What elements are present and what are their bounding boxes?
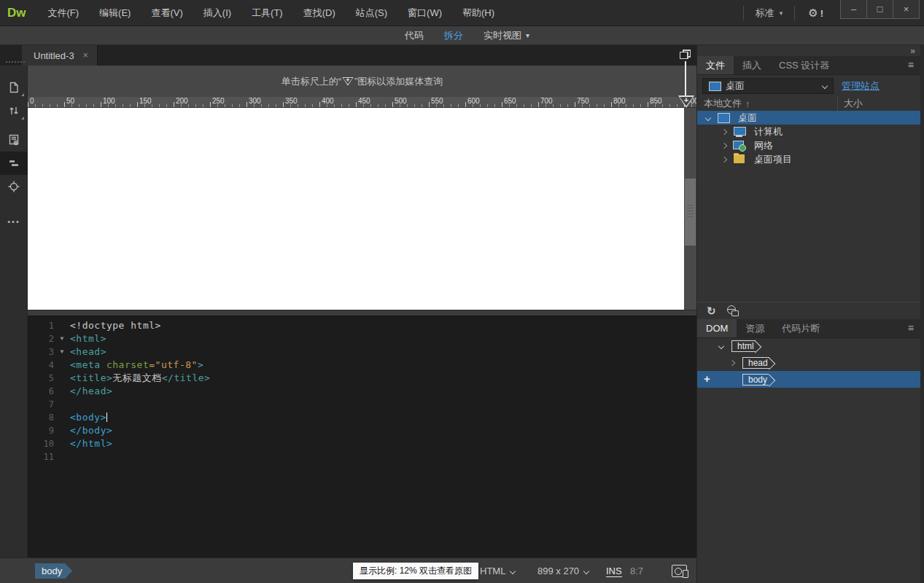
doc-type-dropdown[interactable]: HTML [480, 558, 515, 583]
dom-tag[interactable]: html [731, 340, 756, 352]
file-icon [7, 81, 20, 94]
view-button[interactable]: 代码 [405, 29, 424, 42]
menubar-item[interactable]: 查找(D) [293, 0, 346, 26]
chevron-down-icon [822, 83, 828, 89]
menubar-item[interactable]: 查看(V) [141, 0, 193, 26]
menubar-item[interactable]: 站点(S) [346, 0, 397, 26]
close-tab-icon[interactable]: × [83, 50, 88, 60]
window-size-icon[interactable] [680, 50, 691, 59]
maximize-button[interactable]: □ [866, 0, 893, 19]
chevron-right-icon[interactable] [729, 359, 735, 365]
ruler-tick [414, 104, 415, 107]
ruler-label: 150 [139, 97, 152, 105]
file-tree-item[interactable]: 网络 [697, 138, 921, 152]
chevron-down-icon[interactable]: ▾ [526, 31, 529, 39]
more-tools-button[interactable]: ••• [0, 210, 28, 233]
site-log-icon[interactable] [727, 305, 739, 316]
ruler-tick [429, 102, 430, 107]
collapse-panels-icon[interactable]: » [910, 46, 915, 56]
refresh-icon[interactable]: ↻ [707, 305, 716, 318]
code-editor[interactable]: 1<!doctype html>2▼<html>3▼<head>4<meta c… [28, 316, 696, 557]
media-query-bar[interactable]: 单击标尺上的“ + ”图标以添加媒体查询 [28, 66, 696, 97]
site-selector-dropdown[interactable]: 桌面 [702, 78, 834, 94]
view-button[interactable]: 实时视图 [484, 29, 521, 42]
menubar-item[interactable]: 编辑(E) [89, 0, 141, 26]
ruler-tick [130, 104, 131, 107]
line-number: 8 [28, 411, 54, 424]
fold-arrow-icon[interactable]: ▼ [54, 332, 70, 345]
panel-menu-icon[interactable]: ≡ [908, 59, 914, 71]
menubar-item[interactable]: 工具(T) [241, 0, 293, 26]
common-toolbar: ••• [0, 66, 28, 557]
chevron-down-icon[interactable] [705, 114, 711, 120]
files-panel-tab[interactable]: CSS 设计器 [770, 56, 838, 74]
close-button[interactable]: × [893, 0, 920, 19]
live-view-options-button[interactable] [0, 128, 28, 152]
scrollbar-thumb[interactable] [685, 179, 696, 246]
menubar-item[interactable]: 帮助(H) [452, 0, 505, 26]
fold-arrow-icon[interactable]: ▼ [54, 345, 70, 359]
file-tree-item[interactable]: 桌面项目 [697, 152, 921, 166]
alert-badge: ! [820, 8, 823, 19]
code-text: <!doctype html> [70, 319, 161, 332]
document-tab[interactable]: Untitled-3 × [22, 45, 98, 66]
dom-tree-item[interactable]: +body [697, 371, 921, 388]
desktop-icon [717, 113, 730, 123]
window-size-dropdown[interactable]: 899 x 270 [537, 558, 589, 583]
code-token: <!doctype html> [70, 320, 161, 331]
ruler-tick [312, 104, 313, 107]
format-source-button[interactable] [0, 152, 28, 175]
split-view-divider[interactable] [28, 310, 696, 316]
menubar-item[interactable]: 插入(I) [193, 0, 241, 26]
manage-sites-link[interactable]: 管理站点 [842, 79, 880, 93]
code-line: 8<body> [28, 411, 696, 424]
dom-panel-tab[interactable]: 代码片断 [773, 319, 828, 337]
menubar-item[interactable]: 窗口(W) [397, 0, 452, 26]
size-column-header[interactable]: 大小 [844, 97, 863, 110]
local-files-column-header[interactable]: 本地文件 ↑ [704, 97, 750, 110]
ruler-tick [458, 104, 459, 107]
ruler-tick [42, 104, 43, 107]
design-view-canvas[interactable] [28, 108, 684, 310]
files-panel-tab[interactable]: 插入 [734, 56, 770, 74]
vertical-scrollbar[interactable] [684, 108, 696, 310]
horizontal-ruler[interactable]: 0501001502002503003504004505005506006507… [28, 97, 696, 108]
media-query-marker[interactable]: + [678, 95, 694, 108]
toolbar-gripper[interactable] [6, 61, 25, 63]
insert-mode-toggle[interactable]: INS [606, 558, 622, 583]
ruler-tick [356, 102, 357, 107]
chevron-right-icon[interactable] [721, 128, 727, 134]
tag-selector-body[interactable]: body [35, 563, 72, 579]
sort-up-icon: ↑ [745, 98, 750, 109]
code-text: <title>无标题文档</title> [70, 372, 210, 385]
ruler-label: 100 [103, 97, 115, 105]
view-button[interactable]: 拆分 [444, 29, 463, 42]
sync-settings-button[interactable]: ⚙ ! [798, 7, 834, 20]
files-panel-tab[interactable]: 文件 [697, 56, 734, 74]
dom-tag[interactable]: body [742, 374, 769, 386]
window-controls: – □ × [841, 0, 920, 19]
menubar-item[interactable]: 文件(F) [38, 0, 90, 26]
chevron-right-icon[interactable] [721, 156, 727, 162]
file-tree-item[interactable]: 桌面 [697, 111, 921, 125]
realtime-preview-icon[interactable] [672, 565, 687, 577]
ruler-tick [115, 104, 116, 107]
workspace-switcher[interactable]: 标准 ▾ [747, 7, 792, 20]
select-element-button[interactable] [0, 175, 28, 198]
chevron-right-icon[interactable] [721, 142, 727, 148]
file-tree-item[interactable]: 计算机 [697, 125, 921, 138]
add-element-icon[interactable]: + [704, 372, 710, 385]
dom-tree-item[interactable]: html [697, 337, 921, 354]
open-documents-button[interactable] [0, 76, 28, 99]
file-management-button[interactable] [0, 99, 28, 122]
column-divider[interactable] [837, 96, 838, 111]
minimize-button[interactable]: – [840, 0, 867, 19]
target-icon [7, 180, 20, 193]
dom-tree-item[interactable]: head [697, 354, 921, 371]
panel-menu-icon[interactable]: ≡ [908, 322, 914, 334]
dom-panel-tab[interactable]: 资源 [737, 319, 773, 337]
dom-tag[interactable]: head [742, 357, 769, 369]
ruler-tick [516, 104, 517, 107]
dom-panel-tab[interactable]: DOM [697, 319, 737, 337]
chevron-down-icon[interactable] [718, 343, 724, 348]
